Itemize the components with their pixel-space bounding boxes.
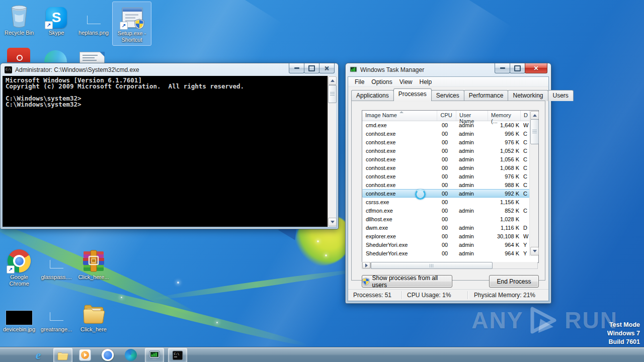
process-list-header: Image Name CPU User Name Memory (... D [362,111,530,121]
scroll-thumb[interactable] [328,85,337,103]
table-row[interactable]: conhost.exe00admin1,052 KC [362,146,530,155]
task-manager-window: Windows Task Manager ✕ FileOptionsViewHe… [345,63,551,304]
table-row[interactable]: ShedulerYori.exe00admin964 KY [362,240,530,249]
table-row[interactable]: conhost.exe00admin1,056 KC [362,155,530,163]
column-header-user-name[interactable]: User Name [456,111,488,121]
scroll-thumb[interactable] [530,119,539,144]
tab-processes[interactable]: Processes [393,88,432,101]
desktop-icon-devicebin[interactable]: devicebin.jpg [0,300,38,333]
table-cell: admin [458,148,490,154]
desktop-icon-google-chrome[interactable]: ↗ Google Chrome [0,247,38,287]
tm-process-rows: cmd.exe00admin1,640 KWconhost.exe00admin… [362,121,530,256]
maximize-button[interactable] [510,63,525,73]
menu-help[interactable]: Help [416,77,436,86]
taskbar-chrome[interactable] [99,348,117,362]
taskbar-internet-explorer[interactable]: e [29,348,47,362]
menu-file[interactable]: File [351,77,368,86]
minimize-button[interactable] [495,63,510,73]
taskbar-task-manager[interactable] [145,348,164,362]
table-row[interactable]: cmd.exe00admin1,640 KW [362,121,530,129]
maximize-button[interactable] [304,63,319,73]
scroll-down-button[interactable] [530,247,539,255]
end-process-button[interactable]: End Process [489,275,539,288]
table-cell: admin [458,131,490,137]
column-header-image-name[interactable]: Image Name [362,111,437,121]
tm-client-area: FileOptionsViewHelp ApplicationsProcesse… [348,76,549,301]
icon-label: Recycle Bin [0,30,38,36]
partial-app-icon[interactable] [7,48,30,62]
table-row[interactable]: csrss.exe001,156 K [362,198,530,206]
desktop-icon-click-here-rar[interactable]: Click_here... [74,247,113,281]
desktop[interactable]: Recycle Bin S ↗ Skype heplans.png [0,0,644,347]
table-cell: 00 [439,250,458,256]
column-header-memory[interactable]: Memory (... [488,111,521,121]
task-manager-icon [149,350,160,360]
menu-view[interactable]: View [396,77,416,86]
console-area[interactable]: Microsoft Windows [Version 6.1.7601] Cop… [3,76,336,227]
scroll-down-button[interactable] [328,218,337,226]
table-cell: conhost.exe [362,148,439,154]
table-row[interactable]: ctfmon.exe00admin852 KC [362,206,530,215]
partial-app-icon[interactable] [44,50,67,62]
scroll-right-button[interactable] [362,262,370,268]
minimize-button[interactable] [289,63,304,73]
show-all-processes-button[interactable]: Show processes from all users [362,275,452,288]
table-cell: 00 [439,216,458,222]
scroll-thumb[interactable] [371,262,493,269]
desktop-icon-click-here-folder[interactable]: Click_here [74,300,113,333]
tab-networking[interactable]: Networking [508,90,548,101]
table-row[interactable]: explorer.exe00admin30,108 KW [362,232,530,240]
table-cell: 1,056 K [490,156,523,162]
table-cell: admin [458,156,490,162]
cmd-titlebar[interactable]: C:\ Administrator: C:\Windows\System32\c… [1,63,338,76]
table-row[interactable]: conhost.exe00admin992 KC [362,189,530,198]
table-row[interactable]: conhost.exe00admin976 KC [362,138,530,146]
process-list-hscrollbar[interactable] [362,262,538,269]
taskbar-cmd[interactable]: C:\ [168,348,187,362]
table-cell: 992 K [490,191,523,197]
table-row[interactable]: conhost.exe00admin996 KC [362,129,530,138]
console-scrollbar[interactable] [328,76,336,227]
tab-performance[interactable]: Performance [464,90,509,101]
taskbar-edge[interactable] [122,348,140,362]
wallpaper-sparkle [216,322,218,323]
sandbox-build: Build 7601 [607,338,640,346]
desktop-icon-glasspass[interactable]: glasspass.... [37,247,75,281]
column-header-description[interactable]: D [521,111,530,121]
tm-titlebar[interactable]: Windows Task Manager ✕ [346,63,551,76]
close-button[interactable]: ✕ [319,63,335,73]
icon-label: glasspass.... [37,274,75,281]
table-row[interactable]: dllhost.exe001,028 K [362,215,530,223]
tab-users[interactable]: Users [548,90,574,101]
column-header-cpu[interactable]: CPU [437,111,456,121]
desktop-icon-setup-exe[interactable]: ↗ Setup.exe - Shortcut [113,2,151,45]
partial-document-icon[interactable] [79,52,105,63]
table-cell: 976 K [490,139,523,145]
tab-applications[interactable]: Applications [351,90,394,101]
wallpaper-sparkle [121,297,122,298]
table-row[interactable]: dwm.exe00admin1,116 KD [362,223,530,232]
table-cell: admin [458,122,490,128]
tab-services[interactable]: Services [431,90,464,101]
table-cell: 00 [439,233,458,239]
table-row[interactable]: conhost.exe00admin1,068 KC [362,163,530,172]
table-cell: dwm.exe [362,225,439,231]
table-row[interactable]: conhost.exe00admin976 KC [362,172,530,180]
table-cell: admin [458,139,490,145]
close-button[interactable]: ✕ [525,63,547,73]
menu-options[interactable]: Options [368,77,395,86]
taskbar-media-player[interactable] [76,348,94,362]
table-row[interactable]: conhost.exe00admin988 KC [362,180,530,189]
taskbar-windows-explorer[interactable] [53,348,72,362]
desktop-icon-greatrange[interactable]: greatrange... [37,300,75,333]
table-cell: dllhost.exe [362,216,439,222]
table-row[interactable]: ShedulerYori.exe00admin964 KY [362,249,530,256]
desktop-icon-recycle-bin[interactable]: Recycle Bin [0,3,38,36]
table-cell: admin [458,173,490,179]
desktop-icon-skype[interactable]: S ↗ Skype [37,3,75,36]
process-list-vscrollbar[interactable] [529,111,538,256]
desktop-icon-heplans[interactable]: heplans.png [74,3,113,36]
scroll-up-button[interactable] [328,76,337,85]
scroll-up-button[interactable] [530,111,539,120]
icon-label: Skype [37,30,75,36]
